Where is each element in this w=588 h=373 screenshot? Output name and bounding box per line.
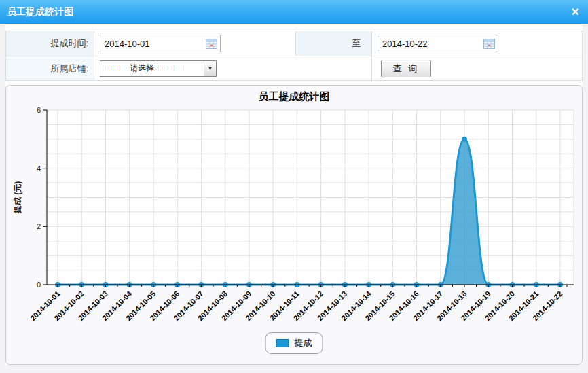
filter-row-store: 所属店铺: ===== 请选择 ===== ▼ 查 询	[6, 56, 582, 80]
data-point	[462, 137, 467, 142]
svg-text:6: 6	[37, 106, 41, 114]
dialog-titlebar: 员工提成统计图 ✕	[0, 0, 588, 24]
svg-text:2: 2	[37, 222, 41, 230]
commission-stats-dialog: 员工提成统计图 ✕ 提成时间:	[0, 0, 588, 373]
chart-legend: 提成	[265, 332, 323, 354]
dialog-title: 员工提成统计图	[0, 0, 588, 24]
date-to-input[interactable]	[378, 39, 483, 49]
query-button[interactable]: 查 询	[381, 60, 431, 77]
calendar-icon[interactable]	[483, 39, 495, 49]
chevron-down-icon[interactable]: ▼	[204, 61, 216, 76]
y-axis-title: 提成 (元)	[13, 181, 22, 214]
date-from-input[interactable]	[100, 39, 206, 49]
calendar-icon[interactable]	[206, 39, 217, 49]
svg-text:4: 4	[37, 164, 41, 173]
store-select[interactable]: ===== 请选择 ===== ▼	[100, 60, 217, 77]
commission-time-label: 提成时间:	[6, 31, 94, 56]
store-select-cell: ===== 请选择 ===== ▼	[94, 56, 372, 80]
close-icon[interactable]: ✕	[571, 0, 580, 24]
legend-label: 提成	[295, 337, 312, 349]
to-label: 至	[296, 31, 372, 56]
date-from-cell	[94, 31, 296, 56]
query-cell: 查 询	[372, 56, 582, 80]
chart-panel: 员工提成统计图 02462014-10-012014-10-022014-10-…	[5, 85, 583, 365]
filter-form: 提成时间: 至	[5, 31, 583, 81]
svg-text:0: 0	[37, 281, 41, 289]
filter-row-dates: 提成时间: 至	[6, 31, 582, 56]
y-axis-labels: 0246	[37, 106, 41, 289]
legend-swatch-icon	[276, 339, 289, 347]
date-to-cell	[372, 31, 582, 56]
store-label: 所属店铺:	[6, 56, 94, 80]
commission-chart: 02462014-10-012014-10-022014-10-032014-1…	[6, 86, 581, 363]
store-select-value: ===== 请选择 =====	[100, 63, 204, 74]
x-axis-labels: 2014-10-012014-10-022014-10-032014-10-04…	[29, 289, 564, 322]
date-to-box	[378, 35, 498, 52]
date-from-box	[100, 35, 221, 52]
